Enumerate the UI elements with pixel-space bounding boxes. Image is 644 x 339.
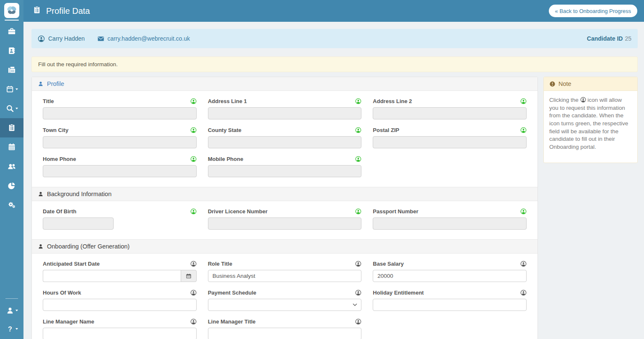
field-label: County State	[208, 127, 242, 133]
note-heading: Note	[544, 77, 637, 91]
back-to-onboarding-button[interactable]: « Back to Onboarding Progress	[549, 5, 637, 17]
user-circle-icon	[580, 97, 586, 103]
field-address-line-1: Address Line 1	[208, 98, 362, 119]
sidebar-item-users[interactable]	[0, 157, 23, 176]
field-label: Home Phone	[43, 156, 76, 162]
field-label: Holiday Entitlement	[373, 290, 423, 296]
sidebar-nav	[0, 22, 23, 215]
field-label: Date Of Birth	[43, 208, 76, 215]
exclamation-circle-icon	[549, 81, 556, 87]
field-holiday-entitlement: Holiday Entitlement	[373, 290, 527, 311]
request-from-candidate-icon[interactable]	[355, 208, 361, 215]
svg-text:?: ?	[8, 326, 12, 333]
line-manager-name-input[interactable]	[43, 328, 197, 339]
sidebar-item-candidates[interactable]	[0, 41, 23, 60]
hours-of-work-input[interactable]	[43, 299, 197, 311]
app-logo[interactable]	[4, 3, 19, 18]
field-label: Anticipated Start Date	[43, 261, 100, 267]
request-from-candidate-icon[interactable]	[520, 261, 527, 267]
request-from-candidate-icon[interactable]	[190, 98, 197, 104]
date-of-birth-input	[43, 217, 114, 230]
request-from-candidate-icon[interactable]	[520, 127, 527, 133]
candidate-email-link[interactable]: carry.hadden@webrecruit.co.uk	[97, 35, 190, 42]
person-icon	[38, 243, 44, 249]
datepicker-button[interactable]	[181, 270, 197, 282]
candidate-name: Carry Hadden	[48, 35, 85, 42]
field-label: Address Line 1	[208, 98, 247, 104]
anticipated-start-date-input[interactable]	[43, 270, 181, 282]
sidebar-bottom: ?	[0, 298, 23, 339]
home-phone-input	[43, 165, 197, 177]
base-salary-input[interactable]	[373, 270, 527, 282]
field-home-phone: Home Phone	[43, 156, 197, 177]
note-title: Note	[558, 80, 571, 87]
field-town-city: Town City	[43, 127, 197, 148]
request-from-candidate-icon[interactable]	[520, 290, 527, 296]
request-from-candidate-icon[interactable]	[190, 127, 197, 133]
note-panel: Note Clicking the icon will allow you to…	[543, 77, 638, 163]
title-input	[43, 107, 197, 119]
calendar-grid-icon	[8, 143, 16, 151]
holiday-entitlement-input[interactable]	[373, 299, 527, 311]
field-mobile-phone: Mobile Phone	[208, 156, 362, 177]
request-from-candidate-icon[interactable]	[190, 208, 197, 215]
field-label: Mobile Phone	[208, 156, 244, 162]
request-from-candidate-icon[interactable]	[355, 318, 361, 325]
clipboard-icon	[8, 124, 16, 132]
address-book-icon	[8, 47, 16, 55]
field-label: Payment Schedule	[208, 290, 257, 296]
sidebar-item-schedule[interactable]	[0, 80, 23, 99]
candidate-email: carry.hadden@webrecruit.co.uk	[107, 35, 190, 42]
role-title-input[interactable]	[208, 270, 362, 282]
section-heading-onboarding-offer-generation: Onboarding (Offer Generation)	[32, 239, 538, 254]
request-from-candidate-icon[interactable]	[190, 290, 197, 296]
request-from-candidate-icon[interactable]	[355, 127, 361, 133]
field-passport-number: Passport Number	[373, 208, 527, 230]
search-icon	[6, 104, 14, 113]
request-from-candidate-icon[interactable]	[190, 261, 197, 267]
caret-down-icon	[16, 328, 18, 330]
calendar-outline-icon	[6, 85, 14, 93]
field-label: Address Line 2	[373, 98, 412, 104]
sidebar-item-reports[interactable]	[0, 176, 23, 195]
sidebar-item-settings[interactable]	[0, 195, 23, 215]
mobile-phone-input	[208, 165, 362, 177]
sidebar-item-jobs[interactable]	[0, 22, 23, 41]
request-from-candidate-icon[interactable]	[355, 290, 361, 296]
request-from-candidate-icon[interactable]	[355, 156, 361, 162]
chevron-down-icon	[353, 303, 357, 306]
field-role-title: Role Title	[208, 261, 362, 282]
sidebar-item-search[interactable]	[0, 99, 23, 118]
candidate-info-bar: Carry Hadden carry.hadden@webrecruit.co.…	[31, 29, 638, 48]
candidate-id-label: Candidate ID	[587, 35, 623, 42]
sidebar-item-help[interactable]: ?	[0, 320, 23, 338]
request-from-candidate-icon[interactable]	[190, 156, 197, 162]
request-from-candidate-icon[interactable]	[355, 261, 361, 267]
butterfly-logo-icon	[5, 4, 18, 17]
request-from-candidate-icon[interactable]	[190, 318, 197, 325]
address-line-2-input	[373, 107, 527, 119]
sidebar-item-fax[interactable]	[0, 60, 23, 80]
field-line-manager-title: Line Manager Title	[208, 318, 362, 339]
request-from-candidate-icon[interactable]	[355, 98, 361, 104]
sidebar-item-calendar[interactable]	[0, 137, 23, 157]
caret-down-icon	[16, 108, 18, 109]
field-address-line-2: Address Line 2	[373, 98, 527, 119]
field-label: Town City	[43, 127, 68, 133]
question-icon: ?	[6, 325, 14, 333]
payment-schedule-select[interactable]	[208, 299, 362, 311]
line-manager-title-input[interactable]	[208, 328, 362, 339]
user-icon	[6, 306, 14, 315]
profile-form-panel: ProfileTitleAddress Line 1Address Line 2…	[31, 77, 538, 339]
field-label: Line Manager Title	[208, 318, 256, 325]
field-label: Hours Of Work	[43, 290, 81, 296]
logo-area	[4, 0, 19, 22]
users-icon	[8, 162, 16, 171]
caret-down-icon	[16, 310, 18, 311]
sidebar-item-profile-data[interactable]	[0, 118, 23, 137]
user-circle-icon	[38, 35, 45, 42]
sidebar-item-account[interactable]	[0, 301, 23, 320]
postal-zip-input	[373, 136, 527, 148]
request-from-candidate-icon[interactable]	[520, 98, 527, 104]
request-from-candidate-icon[interactable]	[520, 208, 527, 215]
